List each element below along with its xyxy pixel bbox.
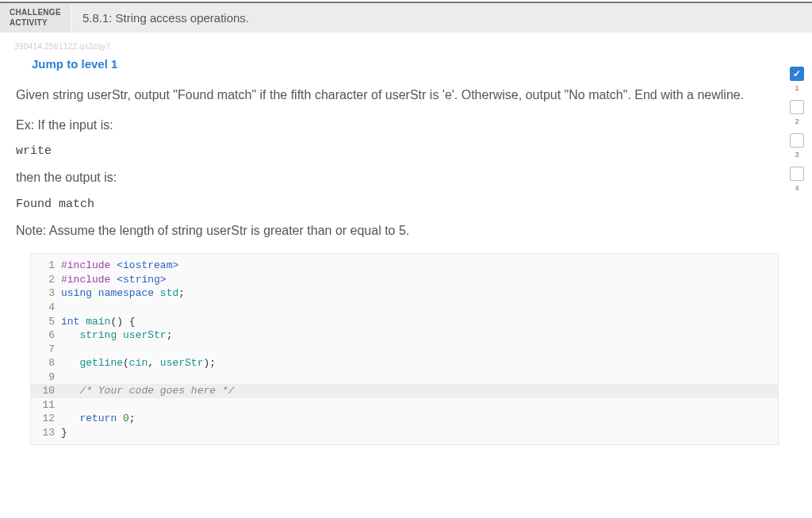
- challenge-label-line2: ACTIVITY: [10, 18, 61, 29]
- code-text[interactable]: [61, 398, 778, 412]
- progress-step-number: 2: [795, 117, 799, 125]
- code-line[interactable]: 6 string userStr;: [31, 328, 778, 343]
- code-text[interactable]: #include <iostream>: [61, 259, 778, 273]
- code-text[interactable]: getline(cin, userStr);: [61, 356, 778, 370]
- code-line[interactable]: 12 return 0;: [31, 412, 778, 426]
- example-output-label: then the output is:: [16, 167, 761, 188]
- progress-step-box[interactable]: [790, 100, 804, 114]
- code-line[interactable]: 10 /* Your code goes here */: [31, 384, 778, 398]
- code-line[interactable]: 1#include <iostream>: [31, 259, 778, 273]
- challenge-title: 5.8.1: String access operations.: [71, 3, 812, 33]
- challenge-header: CHALLENGE ACTIVITY 5.8.1: String access …: [0, 2, 812, 33]
- code-text[interactable]: [61, 301, 778, 315]
- code-line[interactable]: 11: [31, 398, 778, 412]
- code-line[interactable]: 5int main() {: [31, 315, 778, 329]
- progress-step-box[interactable]: [790, 167, 804, 181]
- problem-description: Given string userStr, output "Found matc…: [16, 85, 761, 106]
- line-number: 7: [31, 343, 61, 357]
- watermark-id: 390414.2561122.qx3zqy7: [14, 42, 812, 51]
- progress-step-number: 1: [795, 84, 799, 92]
- progress-step-number: 3: [795, 151, 799, 159]
- code-text[interactable]: [61, 370, 778, 385]
- check-icon: ✓: [791, 67, 803, 80]
- line-number: 4: [31, 301, 61, 315]
- code-editor[interactable]: 1#include <iostream>2#include <string>3u…: [30, 253, 779, 445]
- example-input-label: Ex: If the input is:: [16, 115, 761, 136]
- line-number: 9: [31, 370, 61, 385]
- code-text[interactable]: return 0;: [61, 412, 778, 426]
- code-text[interactable]: int main() {: [61, 315, 778, 329]
- line-number: 13: [31, 426, 61, 440]
- code-line[interactable]: 8 getline(cin, userStr);: [31, 356, 778, 370]
- challenge-label-line1: CHALLENGE: [10, 8, 61, 18]
- problem-content: Given string userStr, output "Found matc…: [0, 85, 777, 445]
- problem-note: Note: Assume the length of string userSt…: [16, 221, 761, 241]
- progress-step-box[interactable]: ✓: [790, 67, 804, 81]
- jump-to-level-link[interactable]: Jump to level 1: [32, 57, 117, 71]
- line-number: 5: [31, 315, 61, 329]
- code-line[interactable]: 7: [31, 343, 778, 357]
- challenge-activity-label: CHALLENGE ACTIVITY: [0, 3, 71, 33]
- code-text[interactable]: using namespace std;: [61, 286, 778, 301]
- code-text[interactable]: #include <string>: [61, 273, 778, 287]
- progress-step-box[interactable]: [790, 133, 804, 148]
- example-input: write: [16, 144, 761, 158]
- code-text[interactable]: }: [61, 426, 778, 440]
- code-line[interactable]: 2#include <string>: [31, 273, 778, 287]
- line-number: 8: [31, 356, 61, 370]
- code-line[interactable]: 13}: [31, 426, 778, 440]
- progress-step-number: 4: [795, 184, 799, 192]
- line-number: 3: [31, 286, 61, 301]
- example-output: Found match: [16, 198, 761, 211]
- line-number: 11: [31, 398, 61, 412]
- code-text[interactable]: string userStr;: [61, 328, 778, 343]
- code-text[interactable]: [61, 343, 778, 357]
- code-line[interactable]: 3using namespace std;: [31, 286, 778, 301]
- line-number: 10: [31, 384, 61, 398]
- line-number: 12: [31, 412, 61, 426]
- line-number: 6: [31, 328, 61, 343]
- line-number: 1: [31, 259, 61, 273]
- line-number: 2: [31, 273, 61, 287]
- code-text[interactable]: /* Your code goes here */: [61, 384, 778, 398]
- code-line[interactable]: 4: [31, 301, 778, 315]
- level-progress: ✓1234: [790, 67, 804, 194]
- code-line[interactable]: 9: [31, 370, 778, 385]
